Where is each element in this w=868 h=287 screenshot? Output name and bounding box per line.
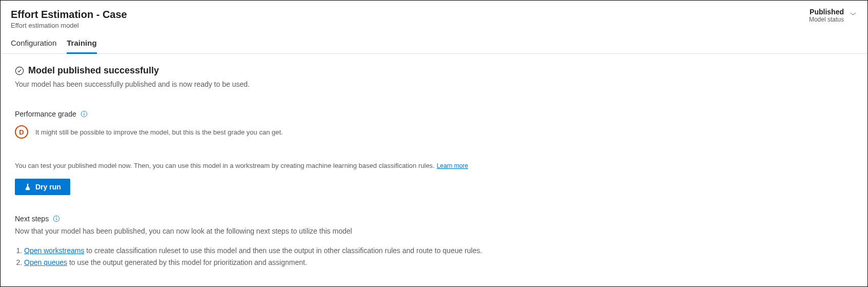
- svg-rect-3: [84, 113, 84, 116]
- list-item: Open queues to use the output generated …: [24, 257, 853, 268]
- steps-list: Open workstreams to create classificatio…: [15, 245, 853, 268]
- success-title: Model published successfully: [28, 65, 159, 76]
- test-text: You can test your published model now. T…: [15, 162, 435, 169]
- next-steps-section: Next steps Now that your model has been …: [15, 215, 853, 268]
- success-description: Your model has been successfully publish…: [15, 80, 853, 88]
- info-icon[interactable]: [80, 110, 88, 118]
- page-title: Effort Estimation - Case: [11, 8, 127, 21]
- performance-section: Performance grade D It might still be po…: [15, 110, 853, 139]
- model-status: Published Model status: [809, 8, 844, 23]
- info-icon[interactable]: [53, 215, 60, 222]
- svg-point-5: [56, 217, 56, 218]
- header-left: Effort Estimation - Case Effort estimati…: [11, 8, 127, 29]
- tab-configuration[interactable]: Configuration: [11, 39, 56, 54]
- next-steps-description: Now that your model has been published, …: [15, 227, 853, 235]
- step-text: to use the output generated by this mode…: [67, 258, 307, 266]
- status-label: Model status: [809, 16, 844, 23]
- step-text: to create classification ruleset to use …: [84, 246, 482, 255]
- performance-header: Performance grade: [15, 110, 853, 118]
- list-item: Open workstreams to create classificatio…: [24, 245, 853, 256]
- svg-rect-6: [56, 218, 57, 220]
- open-workstreams-link[interactable]: Open workstreams: [24, 246, 84, 255]
- dry-run-button[interactable]: Dry run: [15, 179, 70, 195]
- dry-run-label: Dry run: [35, 183, 61, 191]
- svg-point-2: [84, 112, 84, 113]
- page-subtitle: Effort estimation model: [11, 22, 127, 29]
- page-header: Effort Estimation - Case Effort estimati…: [1, 1, 867, 29]
- tab-training[interactable]: Training: [67, 39, 96, 54]
- header-right: Published Model status: [809, 8, 857, 23]
- success-banner: Model published successfully: [15, 65, 853, 76]
- grade-badge: D: [15, 125, 28, 139]
- status-value: Published: [810, 8, 844, 16]
- checkmark-circle-icon: [15, 66, 24, 75]
- learn-more-link[interactable]: Learn more: [437, 162, 468, 169]
- test-section: You can test your published model now. T…: [15, 161, 853, 195]
- open-queues-link[interactable]: Open queues: [24, 258, 67, 266]
- next-steps-header: Next steps: [15, 215, 853, 223]
- performance-label: Performance grade: [15, 110, 76, 118]
- performance-description: It might still be possible to improve th…: [35, 128, 283, 136]
- tabstrip: Configuration Training: [1, 29, 867, 54]
- next-steps-label: Next steps: [15, 215, 49, 223]
- performance-row: D It might still be possible to improve …: [15, 125, 853, 139]
- flask-icon: [24, 183, 31, 190]
- svg-point-0: [15, 67, 23, 74]
- chevron-down-icon[interactable]: [849, 10, 857, 20]
- main-content: Model published successfully Your model …: [1, 54, 867, 280]
